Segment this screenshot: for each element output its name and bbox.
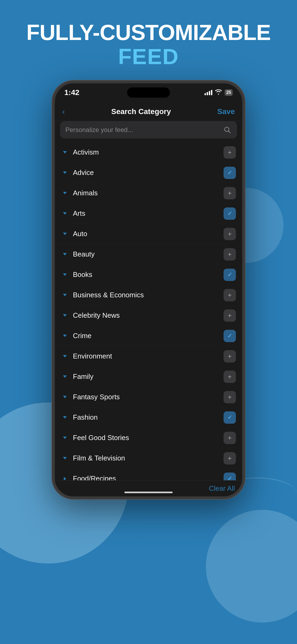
- category-item[interactable]: Crime✓: [55, 326, 242, 346]
- category-label: Activism: [73, 148, 224, 156]
- category-label: Arts: [73, 209, 224, 218]
- category-item[interactable]: Environment+: [55, 346, 242, 367]
- category-toggle-add[interactable]: +: [224, 452, 236, 464]
- category-label: Business & Economics: [73, 291, 224, 299]
- plus-icon: +: [228, 231, 232, 237]
- back-button[interactable]: ‹: [62, 107, 65, 116]
- category-item[interactable]: Auto+: [55, 224, 242, 244]
- home-indicator: [124, 492, 173, 493]
- category-label: Environment: [73, 352, 224, 360]
- checkmark-icon: ✓: [227, 169, 232, 176]
- category-item[interactable]: Fantasy Sports+: [55, 387, 242, 407]
- category-label: Animals: [73, 189, 224, 197]
- category-label: Auto: [73, 230, 224, 238]
- category-item[interactable]: Activism+: [55, 142, 242, 163]
- category-toggle-add[interactable]: +: [224, 391, 236, 403]
- category-toggle-selected[interactable]: ✓: [224, 207, 236, 220]
- plus-icon: +: [228, 190, 232, 196]
- category-toggle-selected[interactable]: ✓: [224, 473, 236, 481]
- checkmark-icon: ✓: [227, 271, 232, 278]
- category-item[interactable]: Animals+: [55, 183, 242, 203]
- nav-title: Search Category: [111, 107, 171, 116]
- category-toggle-add[interactable]: +: [224, 146, 236, 159]
- battery-level: 25: [226, 90, 231, 95]
- category-toggle-selected[interactable]: ✓: [224, 411, 236, 424]
- chevron-down-icon: [61, 149, 69, 156]
- plus-icon: +: [228, 312, 232, 319]
- chevron-right-icon: [61, 475, 69, 481]
- category-label: Feel Good Stories: [73, 434, 224, 442]
- category-item[interactable]: Advice✓: [55, 163, 242, 183]
- category-toggle-add[interactable]: +: [224, 371, 236, 383]
- category-toggle-add[interactable]: +: [224, 309, 236, 322]
- save-button[interactable]: Save: [217, 107, 235, 116]
- category-toggle-add[interactable]: +: [224, 228, 236, 240]
- checkmark-icon: ✓: [227, 332, 232, 339]
- chevron-down-icon: [61, 353, 69, 360]
- bottom-bar: Clear All: [55, 480, 242, 496]
- status-time: 1:42: [64, 88, 79, 97]
- wifi-icon: [215, 89, 222, 96]
- category-toggle-add[interactable]: +: [224, 248, 236, 261]
- category-toggle-selected[interactable]: ✓: [224, 269, 236, 281]
- category-label: Books: [73, 270, 224, 279]
- checkmark-icon: ✓: [227, 475, 232, 481]
- signal-bars-icon: [205, 90, 212, 95]
- chevron-down-icon: [61, 230, 69, 238]
- category-toggle-add[interactable]: +: [224, 187, 236, 199]
- chevron-down-icon: [61, 210, 69, 217]
- category-label: Fantasy Sports: [73, 393, 224, 401]
- chevron-down-icon: [61, 251, 69, 258]
- category-item[interactable]: Feel Good Stories+: [55, 428, 242, 448]
- chevron-down-icon: [61, 373, 69, 380]
- category-item[interactable]: Books✓: [55, 265, 242, 285]
- category-item[interactable]: Family+: [55, 367, 242, 387]
- chevron-down-icon: [61, 332, 69, 340]
- search-icon: [223, 126, 232, 134]
- category-label: Crime: [73, 332, 224, 340]
- chevron-down-icon: [61, 189, 69, 197]
- plus-icon: +: [228, 292, 232, 298]
- category-item[interactable]: Celebrity News+: [55, 305, 242, 326]
- dynamic-island: [127, 87, 170, 98]
- checkmark-icon: ✓: [227, 414, 232, 421]
- search-input[interactable]: Personalize your feed...: [65, 126, 220, 134]
- category-label: Fashion: [73, 413, 224, 422]
- category-toggle-add[interactable]: +: [224, 350, 236, 363]
- phone-wrapper: 1:42 25: [52, 80, 245, 606]
- clear-all-button[interactable]: Clear All: [209, 484, 235, 493]
- status-icons: 25: [205, 89, 233, 96]
- headline-line2: FEED: [0, 43, 297, 70]
- category-item[interactable]: Fashion✓: [55, 407, 242, 428]
- search-bar[interactable]: Personalize your feed...: [60, 121, 237, 138]
- category-label: Advice: [73, 169, 224, 177]
- chevron-down-icon: [61, 434, 69, 442]
- svg-line-1: [228, 131, 230, 133]
- category-toggle-selected[interactable]: ✓: [224, 167, 236, 179]
- category-toggle-add[interactable]: +: [224, 289, 236, 301]
- chevron-down-icon: [61, 271, 69, 279]
- chevron-down-icon: [61, 414, 69, 421]
- plus-icon: +: [228, 374, 232, 380]
- category-item[interactable]: Arts✓: [55, 203, 242, 224]
- category-label: Film & Television: [73, 454, 224, 462]
- plus-icon: +: [228, 455, 232, 462]
- plus-icon: +: [228, 353, 232, 360]
- category-toggle-selected[interactable]: ✓: [224, 330, 236, 342]
- category-item[interactable]: Film & Television+: [55, 448, 242, 469]
- checkmark-icon: ✓: [227, 210, 232, 217]
- category-item[interactable]: Business & Economics+: [55, 285, 242, 305]
- header-section: FULLY-CUSTOMIZABLE FEED: [0, 21, 297, 70]
- chevron-down-icon: [61, 291, 69, 299]
- category-item[interactable]: Food/Recipes✓: [55, 469, 242, 480]
- category-item[interactable]: Beauty+: [55, 244, 242, 265]
- category-label: Family: [73, 372, 224, 381]
- category-label: Beauty: [73, 250, 224, 258]
- plus-icon: +: [228, 149, 232, 156]
- category-list: Activism+Advice✓Animals+Arts✓Auto+Beauty…: [55, 142, 242, 480]
- category-label: Food/Recipes: [73, 474, 224, 480]
- category-toggle-add[interactable]: +: [224, 432, 236, 444]
- battery-icon: 25: [225, 89, 233, 96]
- chevron-down-icon: [61, 312, 69, 319]
- plus-icon: +: [228, 394, 232, 400]
